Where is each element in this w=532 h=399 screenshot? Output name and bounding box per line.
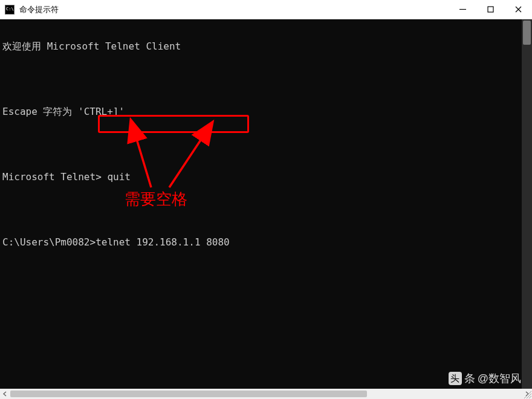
- watermark-text: 条: [464, 371, 475, 386]
- terminal-line: 欢迎使用 Microsoft Telnet Client: [2, 38, 530, 54]
- terminal-line: [2, 201, 530, 218]
- horizontal-scrollbar-thumb[interactable]: [10, 391, 367, 397]
- vertical-scrollbar-thumb[interactable]: [523, 21, 531, 45]
- svg-rect-1: [488, 7, 493, 12]
- svg-line-8: [529, 396, 531, 398]
- watermark: 头 条 @数智风: [449, 371, 521, 386]
- terminal-line: [2, 71, 530, 87]
- window-title: 命令提示符: [19, 4, 59, 15]
- close-button[interactable]: [504, 0, 532, 19]
- vertical-scrollbar[interactable]: [522, 19, 532, 389]
- svg-line-7: [527, 394, 531, 398]
- terminal-line: Microsoft Telnet> quit: [2, 169, 530, 185]
- annotation-label: 需要空格: [125, 189, 187, 210]
- terminal-area: 欢迎使用 Microsoft Telnet Client Escape 字符为 …: [0, 19, 532, 399]
- watermark-author: @数智风: [478, 371, 521, 386]
- prompt: C:\Users\Pm0082>: [2, 236, 96, 248]
- scroll-left-button[interactable]: [0, 389, 10, 399]
- terminal-output[interactable]: 欢迎使用 Microsoft Telnet Client Escape 字符为 …: [0, 19, 532, 389]
- terminal-line: Escape 字符为 'CTRL+]': [2, 103, 530, 120]
- resize-grip[interactable]: [522, 389, 532, 399]
- typed-command: telnet 192.168.1.1 8080: [96, 236, 230, 248]
- terminal-line: C:\Users\Pm0082>telnet 192.168.1.1 8080: [2, 234, 530, 250]
- minimize-button[interactable]: [449, 0, 476, 19]
- window-controls: [449, 0, 532, 19]
- maximize-button[interactable]: [476, 0, 504, 19]
- horizontal-scrollbar[interactable]: [0, 389, 532, 399]
- titlebar[interactable]: 命令提示符: [0, 0, 532, 19]
- terminal-line: [2, 136, 530, 152]
- cmd-icon: [5, 5, 15, 15]
- watermark-badge: 头: [449, 372, 462, 385]
- command-prompt-window: 命令提示符 欢迎使用 Microsoft Telnet Client Escap…: [0, 0, 532, 399]
- horizontal-scrollbar-track[interactable]: [10, 389, 522, 399]
